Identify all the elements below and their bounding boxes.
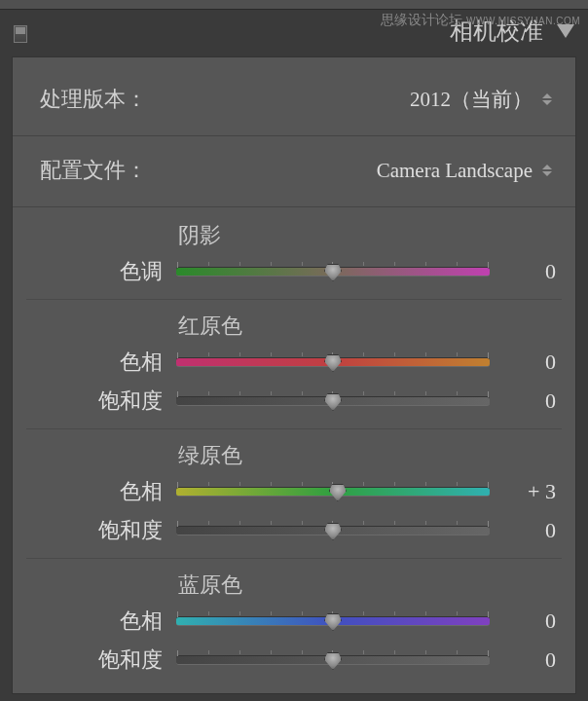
profile-value[interactable]: Camera Landscape <box>377 159 552 183</box>
slider-thumb[interactable] <box>324 652 342 670</box>
red-sat-row: 饱和度 0 <box>13 382 575 421</box>
blue-sat-row: 饱和度 0 <box>13 641 575 680</box>
blue-sat-value[interactable]: 0 <box>503 647 556 673</box>
red-hue-value[interactable]: 0 <box>503 350 556 375</box>
green-hue-value[interactable]: + 3 <box>503 479 556 504</box>
shadow-tint-row: 色调 0 <box>13 252 575 291</box>
camera-calibration-panel: 处理版本： 2012（当前） 配置文件： Camera Landscape 阴影… <box>12 56 576 694</box>
blue-group-title: 蓝原色 <box>13 567 575 602</box>
green-hue-label: 色相 <box>13 477 163 506</box>
process-version-row[interactable]: 处理版本： 2012（当前） <box>13 75 575 126</box>
stepper-icon[interactable] <box>542 165 552 176</box>
slider-thumb[interactable] <box>324 264 342 281</box>
green-sat-value[interactable]: 0 <box>503 518 556 543</box>
green-sat-row: 饱和度 0 <box>13 511 575 550</box>
red-sat-label: 饱和度 <box>13 387 163 416</box>
slider-thumb[interactable] <box>324 613 342 631</box>
slider-thumb[interactable] <box>324 523 342 540</box>
blue-hue-slider[interactable] <box>176 616 490 626</box>
blue-sat-label: 饱和度 <box>13 646 163 675</box>
profile-label: 配置文件： <box>40 156 147 185</box>
slider-thumb[interactable] <box>324 354 342 372</box>
red-hue-label: 色相 <box>13 348 163 377</box>
shadow-tint-slider[interactable] <box>176 267 490 277</box>
profile-row[interactable]: 配置文件： Camera Landscape <box>13 146 575 197</box>
green-group-title: 绿原色 <box>13 437 575 472</box>
red-hue-row: 色相 0 <box>13 343 575 382</box>
shadow-tint-label: 色调 <box>13 257 163 286</box>
green-hue-row: 色相 + 3 <box>13 472 575 511</box>
shadow-group-title: 阴影 <box>13 217 575 252</box>
process-version-value[interactable]: 2012（当前） <box>410 86 552 113</box>
panel-toggle-switch[interactable] <box>14 25 27 43</box>
blue-hue-value[interactable]: 0 <box>503 609 556 634</box>
blue-sat-slider[interactable] <box>176 655 490 665</box>
red-sat-value[interactable]: 0 <box>503 388 556 414</box>
slider-thumb[interactable] <box>324 393 342 411</box>
green-hue-slider[interactable] <box>176 487 490 497</box>
shadow-tint-value[interactable]: 0 <box>503 259 556 284</box>
red-group-title: 红原色 <box>13 308 575 343</box>
green-sat-label: 饱和度 <box>13 516 163 545</box>
stepper-icon[interactable] <box>542 93 552 105</box>
blue-hue-label: 色相 <box>13 607 163 636</box>
green-sat-slider[interactable] <box>176 526 490 535</box>
slider-thumb[interactable] <box>329 484 347 501</box>
red-hue-slider[interactable] <box>176 357 490 367</box>
watermark: 思缘设计论坛 WWW.MISSYUAN.COM <box>381 12 580 29</box>
red-sat-slider[interactable] <box>176 396 490 406</box>
blue-hue-row: 色相 0 <box>13 602 575 641</box>
process-version-label: 处理版本： <box>40 85 147 114</box>
